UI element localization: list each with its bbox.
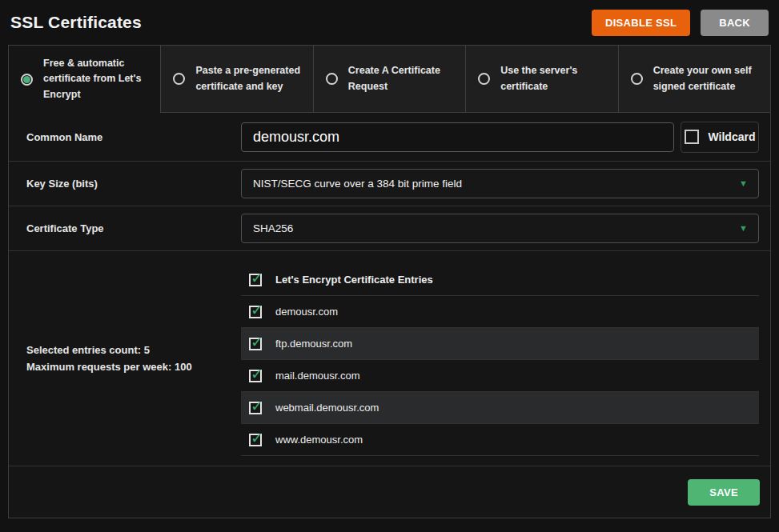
entry-row[interactable]: ✓mail.demousr.com [241,360,759,392]
entry-row[interactable]: ✓demousr.com [241,296,759,328]
panel-footer: SAVE [9,466,770,518]
tab-option-0[interactable]: Free & automatic certificate from Let's … [9,46,160,113]
tab-option-3[interactable]: Use the server's certificate [465,46,617,113]
tab-label: Create A Certificate Request [348,63,456,94]
save-button[interactable]: SAVE [688,479,760,506]
entry-row[interactable]: ✓webmail.demousr.com [241,392,759,424]
entry-row[interactable]: ✓ftp.demousr.com [241,328,759,360]
checkmark-icon[interactable]: ✓ [249,370,262,382]
page-title: SSL Certificates [10,13,142,32]
certificate-type-value: SHA256 [253,222,293,234]
entry-label: Let's Encrypt Certificate Entries [275,274,433,286]
checkmark-icon[interactable]: ✓ [249,274,262,286]
common-name-input[interactable] [241,122,674,152]
certificate-type-select[interactable]: SHA256 ▼ [241,214,759,243]
radio-icon[interactable] [478,73,490,85]
entries-info: Selected entries count: 5 Maximum reques… [26,251,241,466]
wildcard-checkbox[interactable] [685,130,699,144]
entry-label: www.demousr.com [275,434,363,446]
certificate-type-row: Certificate Type SHA256 ▼ [9,206,770,251]
key-size-value: NIST/SECG curve over a 384 bit prime fie… [253,178,462,190]
entry-label: mail.demousr.com [275,370,359,382]
wildcard-label: Wildcard [709,130,756,143]
entries-section: Selected entries count: 5 Maximum reques… [9,251,770,466]
radio-icon[interactable] [631,73,643,85]
back-button[interactable]: BACK [701,10,769,36]
tab-label: Use the server's certificate [500,63,608,94]
tab-label: Paste a pre-generated certificate and ke… [195,63,303,94]
tab-label: Create your own self signed certificate [653,63,761,94]
entry-label: demousr.com [275,306,338,318]
entry-label: ftp.demousr.com [275,338,352,350]
common-name-label: Common Name [26,131,241,143]
topbar-actions: DISABLE SSL BACK [592,10,769,36]
checkmark-icon[interactable]: ✓ [249,402,262,414]
checkmark-icon[interactable]: ✓ [249,306,262,318]
common-name-row: Common Name Wildcard [9,113,770,162]
tab-option-1[interactable]: Paste a pre-generated certificate and ke… [160,46,312,113]
entry-row[interactable]: ✓www.demousr.com [241,424,759,456]
key-size-label: Key Size (bits) [26,178,241,190]
tab-option-2[interactable]: Create A Certificate Request [313,46,465,113]
checkmark-icon[interactable]: ✓ [249,338,262,350]
topbar: SSL Certificates DISABLE SSL BACK [0,0,779,45]
dropdown-arrow-icon: ▼ [739,224,748,233]
key-size-row: Key Size (bits) NIST/SECG curve over a 3… [9,162,770,206]
disable-ssl-button[interactable]: DISABLE SSL [592,10,690,36]
certificate-type-label: Certificate Type [26,222,241,234]
entry-row-header[interactable]: ✓Let's Encrypt Certificate Entries [241,264,759,296]
tab-option-4[interactable]: Create your own self signed certificate [618,46,770,113]
radio-icon[interactable] [326,73,338,85]
key-size-select[interactable]: NIST/SECG curve over a 384 bit prime fie… [241,169,759,198]
tab-label: Free & automatic certificate from Let's … [43,56,151,102]
max-requests-per-week: Maximum requests per week: 100 [26,361,241,373]
entries-list: ✓Let's Encrypt Certificate Entries✓demou… [241,251,759,466]
entry-label: webmail.demousr.com [275,402,379,414]
radio-icon[interactable] [173,73,185,85]
wildcard-option[interactable]: Wildcard [681,122,759,153]
dropdown-arrow-icon: ▼ [739,179,748,188]
selected-entries-count: Selected entries count: 5 [26,344,241,356]
ssl-panel: Free & automatic certificate from Let's … [8,45,771,518]
radio-icon[interactable] [21,74,33,86]
checkmark-icon[interactable]: ✓ [249,434,262,446]
certificate-mode-tabs: Free & automatic certificate from Let's … [9,46,770,113]
